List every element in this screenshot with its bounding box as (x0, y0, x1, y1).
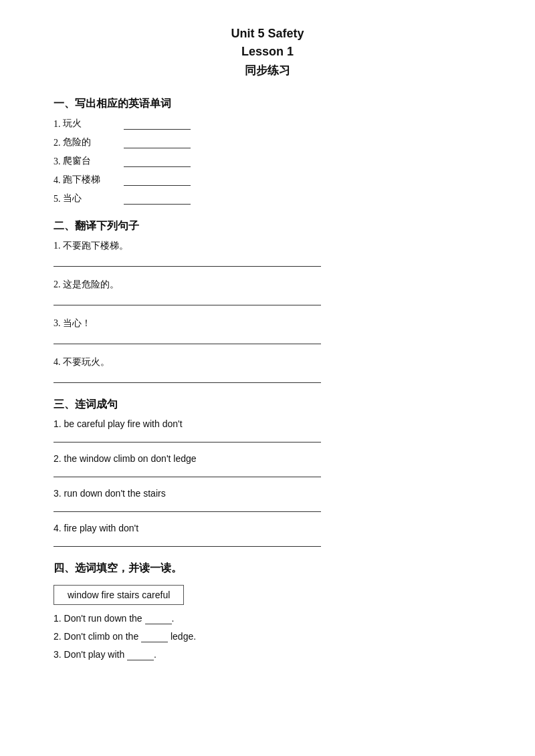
list-item: 3. 爬窗台 (54, 155, 481, 167)
answer-line[interactable] (54, 468, 321, 477)
list-item: 2. Don't climb on the ledge. (54, 631, 481, 642)
answer-blank[interactable] (124, 156, 191, 167)
answer-line[interactable] (54, 372, 321, 383)
list-item: 2. 这是危险的。 (54, 279, 481, 305)
list-item: 2. the window climb on don't ledge (54, 453, 481, 477)
section3-title: 三、连词成句 (54, 398, 481, 412)
answer-blank[interactable] (124, 174, 191, 186)
list-item: 1. be careful play fire with don't (54, 418, 481, 443)
answer-line[interactable] (54, 537, 321, 547)
fill-text: 1. Don't run down the (54, 613, 145, 624)
section2-items: 1. 不要跑下楼梯。 2. 这是危险的。 3. 当心！ 4. 不要玩火。 (54, 240, 481, 383)
answer-blank[interactable] (124, 137, 191, 148)
answer-line[interactable] (54, 256, 321, 267)
item-num: 3. (54, 156, 61, 167)
item-label: 跑下楼梯 (61, 174, 121, 186)
fill-blank[interactable] (141, 631, 168, 642)
title-line1: Unit 5 Safety (54, 27, 481, 41)
list-item: 3. Don't play with . (54, 649, 481, 660)
translate-question: 2. 这是危险的。 (54, 279, 481, 291)
title-line3: 同步练习 (54, 63, 481, 78)
list-item: 1. Don't run down the . (54, 613, 481, 624)
fill-text: 2. Don't climb on the (54, 631, 141, 642)
answer-line[interactable] (54, 334, 321, 344)
connect-question: 4. fire play with don't (54, 523, 481, 533)
list-item: 4. fire play with don't (54, 523, 481, 547)
list-item: 4. 跑下楼梯 (54, 174, 481, 186)
item-num: 4. (54, 175, 61, 186)
connect-question: 2. the window climb on don't ledge (54, 453, 481, 464)
connect-question: 1. be careful play fire with don't (54, 418, 481, 429)
item-label: 危险的 (61, 136, 121, 148)
answer-line[interactable] (54, 433, 321, 443)
item-num: 2. (54, 138, 61, 148)
connect-question: 3. run down don't the stairs (54, 488, 481, 499)
list-item: 1. 玩火 (54, 118, 481, 130)
item-label: 当心 (61, 193, 121, 205)
list-item: 3. 当心！ (54, 318, 481, 344)
section1-title: 一、写出相应的英语单词 (54, 97, 481, 111)
fill-text: 3. Don't play with (54, 649, 127, 660)
list-item: 2. 危险的 (54, 136, 481, 148)
section1-items: 1. 玩火 2. 危险的 3. 爬窗台 4. 跑下楼梯 5. 当心 (54, 118, 481, 205)
title-block: Unit 5 Safety Lesson 1 同步练习 (54, 27, 481, 78)
fill-blank[interactable] (145, 613, 172, 624)
translate-question: 3. 当心！ (54, 318, 481, 330)
item-label: 爬窗台 (61, 155, 121, 167)
list-item: 1. 不要跑下楼梯。 (54, 240, 481, 267)
fill-suffix: ledge. (168, 631, 196, 642)
word-box: window fire stairs careful (54, 585, 184, 605)
answer-line[interactable] (54, 295, 321, 305)
answer-blank[interactable] (124, 193, 191, 205)
list-item: 4. 不要玩火。 (54, 356, 481, 383)
fill-suffix: . (154, 649, 156, 660)
list-item: 3. run down don't the stairs (54, 488, 481, 512)
section4-items: 1. Don't run down the . 2. Don't climb o… (54, 613, 481, 660)
fill-blank[interactable] (127, 649, 154, 660)
fill-suffix: . (172, 613, 175, 624)
translate-question: 1. 不要跑下楼梯。 (54, 240, 481, 252)
title-line2: Lesson 1 (54, 45, 481, 59)
list-item: 5. 当心 (54, 193, 481, 205)
section4-title: 四、选词填空，并读一读。 (54, 561, 481, 576)
item-num: 5. (54, 194, 61, 205)
section2-title: 二、翻译下列句子 (54, 219, 481, 233)
answer-blank[interactable] (124, 118, 191, 130)
translate-question: 4. 不要玩火。 (54, 356, 481, 368)
item-num: 1. (54, 119, 61, 130)
item-label: 玩火 (61, 118, 121, 130)
section3-items: 1. be careful play fire with don't 2. th… (54, 418, 481, 547)
section4-wordbox-container: window fire stairs careful (54, 582, 481, 613)
answer-line[interactable] (54, 503, 321, 512)
